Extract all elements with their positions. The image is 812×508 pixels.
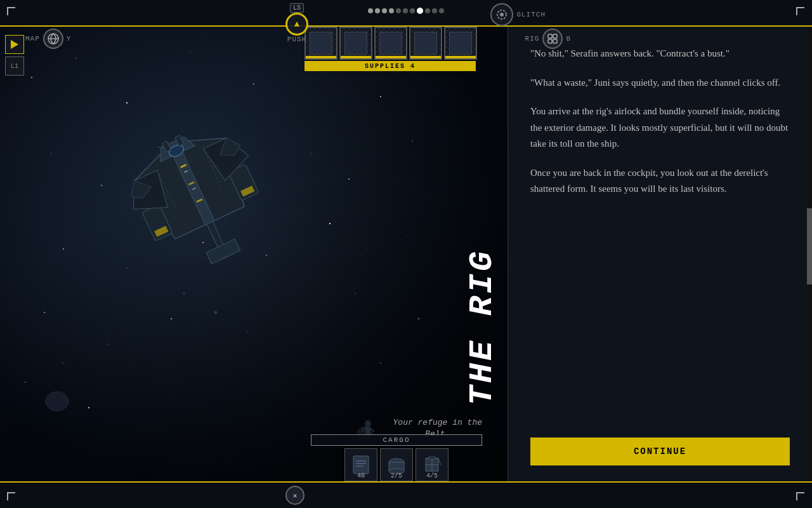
svg-point-24: [412, 140, 413, 142]
svg-point-31: [44, 312, 45, 313]
svg-rect-10: [0, 27, 508, 481]
svg-rect-72: [365, 427, 370, 434]
svg-point-17: [380, 96, 381, 97]
svg-point-36: [25, 382, 26, 383]
svg-point-71: [365, 420, 371, 427]
narrative-p4: Once you are back in the cockpit, you lo…: [530, 165, 790, 197]
progress-dot: [382, 8, 387, 13]
hud-bottom: [0, 481, 812, 508]
svg-point-44: [310, 152, 312, 155]
svg-point-35: [418, 318, 419, 319]
glitch-button[interactable]: [490, 3, 513, 26]
glitch-section: GLITCH: [490, 3, 546, 26]
cargo-count-1: 40: [357, 472, 365, 479]
progress-dot: [389, 8, 394, 13]
scroll-thumb[interactable]: [807, 208, 812, 284]
glitch-label: GLITCH: [516, 11, 546, 18]
right-panel: "No shit," Serafin answers back. "Contra…: [508, 27, 812, 481]
scroll-indicator[interactable]: [807, 27, 812, 481]
game-view: THE RIG Your refuge in the Belt.: [0, 27, 508, 481]
svg-point-69: [46, 392, 69, 411]
map-y-btn: Y: [67, 35, 72, 43]
svg-point-25: [63, 248, 64, 250]
x-icon: ✕: [293, 491, 298, 500]
progress-dot: [425, 8, 430, 13]
progress-dots: [368, 8, 444, 14]
inventory-slot-2[interactable]: [339, 27, 372, 60]
svg-point-18: [50, 153, 51, 154]
svg-point-45: [367, 248, 369, 250]
action-x-button[interactable]: ✕: [285, 486, 304, 505]
push-arrow-icon: ▲: [294, 19, 299, 29]
inventory-section: [304, 27, 477, 60]
svg-rect-7: [553, 39, 557, 43]
svg-rect-4: [548, 34, 552, 38]
progress-dot: [410, 8, 415, 13]
cargo-label: CARGO: [311, 434, 482, 446]
map-button[interactable]: [43, 29, 63, 49]
space-background: [0, 27, 508, 481]
svg-point-27: [202, 242, 204, 243]
push-button[interactable]: ▲: [285, 13, 308, 36]
inventory-slot-4[interactable]: [409, 27, 442, 60]
inventory-slot-5[interactable]: [444, 27, 477, 60]
supplies-text: SUPPLIES 4: [365, 63, 416, 70]
svg-point-12: [75, 58, 77, 59]
rig-b-btn: B: [566, 35, 571, 43]
svg-rect-6: [548, 39, 552, 43]
svg-point-34: [355, 293, 355, 293]
ls-indicator: LS ▲ PUSH: [285, 3, 308, 43]
rig-button[interactable]: [542, 29, 563, 49]
map-section: MAP Y: [25, 29, 71, 49]
svg-line-87: [426, 456, 432, 458]
svg-point-14: [190, 51, 190, 52]
continue-button[interactable]: CONTINUE: [530, 438, 790, 465]
narrative-text: "No shit," Serafin answers back. "Contra…: [508, 27, 812, 428]
svg-point-40: [214, 311, 218, 314]
svg-line-88: [432, 456, 438, 458]
svg-point-19: [101, 185, 102, 186]
cargo-count-2: 2/5: [391, 472, 402, 479]
main-content: THE RIG Your refuge in the Belt. "No shi…: [0, 27, 812, 481]
svg-point-23: [348, 178, 350, 180]
progress-dot: [403, 8, 408, 13]
cargo-slot-1[interactable]: 40: [344, 448, 377, 481]
play-button[interactable]: [5, 35, 24, 54]
continue-area: CONTINUE: [508, 428, 812, 481]
cargo-slot-3[interactable]: 4/5: [416, 448, 449, 481]
rig-vertical-title: THE RIG: [464, 249, 501, 405]
svg-point-32: [107, 344, 108, 345]
svg-point-15: [253, 83, 254, 84]
cargo-slot-2[interactable]: 2/5: [380, 448, 413, 481]
svg-rect-5: [553, 34, 557, 38]
svg-marker-8: [11, 40, 18, 49]
l1-button[interactable]: L1: [5, 57, 24, 76]
supplies-bar: SUPPLIES 4: [304, 61, 476, 71]
progress-dot: [396, 8, 401, 13]
svg-point-41: [246, 330, 249, 333]
corner-arrow-tl: [5, 5, 18, 18]
progress-dot: [375, 8, 380, 13]
game-container: LS ▲ PUSH GLITCH SUPPLIES 4 MAP: [0, 0, 812, 508]
progress-dot: [368, 8, 373, 13]
inventory-slot-3[interactable]: [374, 27, 407, 60]
svg-point-26: [126, 267, 127, 268]
ls-badge: LS: [290, 3, 304, 13]
progress-dot: [432, 8, 437, 13]
svg-point-38: [152, 375, 152, 376]
svg-point-37: [88, 407, 89, 408]
progress-dot: [439, 8, 444, 13]
svg-point-22: [285, 134, 285, 135]
svg-point-39: [380, 363, 381, 364]
inventory-slot-1[interactable]: [304, 27, 337, 60]
cargo-section: CARGO 40 2/5: [311, 434, 482, 481]
corner-arrow-tr: [794, 5, 807, 18]
svg-rect-77: [353, 456, 369, 474]
corner-arrow-bl: [5, 490, 18, 503]
map-label: MAP: [25, 35, 40, 43]
progress-dot-active: [417, 8, 423, 14]
corner-arrow-br: [794, 490, 807, 503]
svg-point-30: [405, 236, 406, 236]
narrative-p3: You arrive at the rig's airlock and bund…: [530, 104, 790, 152]
rig-label: RIG: [525, 35, 540, 43]
